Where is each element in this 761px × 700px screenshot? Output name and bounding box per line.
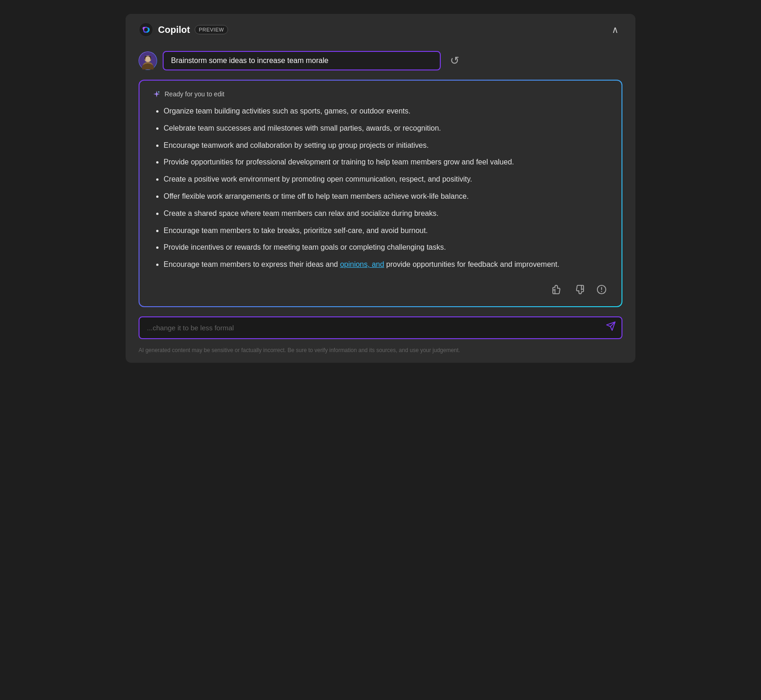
report-button[interactable] — [595, 283, 609, 299]
collapse-button[interactable]: ∧ — [608, 22, 622, 37]
input-area — [139, 316, 622, 339]
svg-point-9 — [158, 91, 159, 93]
chat-input[interactable] — [139, 316, 622, 339]
preview-badge: PREVIEW — [195, 25, 228, 34]
disclaimer-text: AI generated content may be sensitive or… — [126, 344, 635, 363]
report-icon — [596, 284, 607, 297]
refresh-icon: ↺ — [450, 54, 459, 67]
ready-label-text: Ready for you to edit — [165, 90, 224, 98]
chevron-up-icon: ∧ — [612, 24, 619, 35]
svg-point-1 — [144, 28, 148, 32]
feedback-row — [152, 278, 609, 299]
list-item: Create a shared space where team members… — [164, 208, 609, 220]
refresh-button[interactable]: ↺ — [446, 52, 463, 69]
response-container: Ready for you to edit Organize team buil… — [139, 80, 622, 307]
list-item: Celebrate team successes and milestones … — [164, 123, 609, 134]
user-avatar — [139, 52, 157, 69]
send-icon — [606, 321, 616, 334]
copilot-logo-icon — [139, 22, 153, 37]
list-item: Provide opportunities for professional d… — [164, 157, 609, 168]
bullet-text-post: provide opportunities for feedback and i… — [384, 260, 559, 268]
svg-point-7 — [146, 57, 151, 62]
thumbs-up-button[interactable] — [550, 283, 564, 299]
header-left: Copilot PREVIEW — [139, 22, 228, 37]
thumbs-down-button[interactable] — [572, 283, 586, 299]
thumbs-down-icon — [574, 284, 584, 297]
sparkle-icon — [152, 90, 161, 98]
list-item: Organize team building activities such a… — [164, 106, 609, 117]
list-item: Create a positive work environment by pr… — [164, 174, 609, 185]
list-item: Encourage team members to take breaks, p… — [164, 225, 609, 237]
send-button[interactable] — [604, 319, 618, 336]
thumbs-up-icon — [552, 284, 562, 297]
ready-label-row: Ready for you to edit — [152, 90, 609, 98]
avatar — [139, 51, 157, 70]
list-item: Encourage team members to express their … — [164, 259, 609, 271]
prompt-row: Brainstorm some ideas to increase team m… — [126, 45, 635, 80]
bullet-text-pre: Encourage team members to express their … — [164, 260, 340, 268]
copilot-panel: Copilot PREVIEW ∧ Brainstorm some ideas — [126, 14, 635, 363]
list-item: Offer flexible work arrangements or time… — [164, 191, 609, 202]
linked-text[interactable]: opinions, and — [340, 260, 384, 268]
panel-header: Copilot PREVIEW ∧ — [126, 14, 635, 45]
list-item: Provide incentives or rewards for meetin… — [164, 242, 609, 253]
app-title: Copilot — [158, 25, 190, 35]
prompt-text: Brainstorm some ideas to increase team m… — [163, 51, 441, 70]
list-item: Encourage teamwork and collaboration by … — [164, 140, 609, 151]
response-bullet-list: Organize team building activities such a… — [152, 106, 609, 271]
